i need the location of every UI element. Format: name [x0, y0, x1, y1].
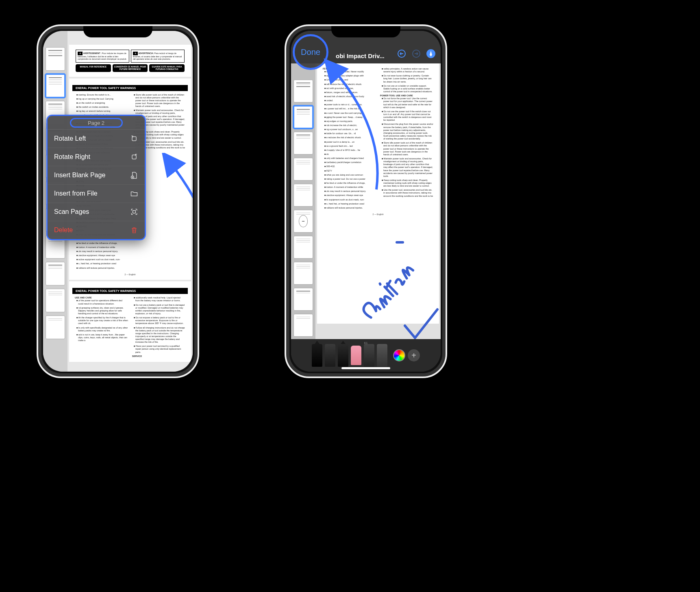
tool-marker[interactable] [325, 344, 335, 367]
ref-button-es: GUARDE ESTE MANUAL PARA FUTURAS CONSULTA… [149, 64, 185, 72]
menu-insert-file[interactable]: Insert from File [48, 185, 145, 203]
annotation-highlight-oval [70, 118, 123, 128]
section-heading-2: ENERAL POWER TOOL SAFETY WARNINGS [72, 288, 188, 294]
page-footer: 2 — English [75, 273, 185, 276]
tool-eraser[interactable] [351, 346, 361, 365]
add-page-icon [130, 171, 138, 179]
scan-icon [130, 208, 138, 216]
home-indicator[interactable] [341, 367, 390, 369]
sec-head-care: POWER TOOL USE AND CARE [380, 94, 413, 97]
document-page: FETY s must match the outlet. Never modi… [317, 63, 439, 324]
rotate-left-icon [130, 135, 138, 143]
thumbnail-page-3[interactable] [293, 132, 313, 155]
svg-rect-3 [133, 211, 136, 213]
annotation-done-circle: Done [293, 34, 328, 70]
rotate-right-icon [130, 153, 138, 161]
page-context-menu: Page 2 Rotate Left Rotate Right Insert B… [46, 115, 146, 240]
add-shape-button[interactable]: + [408, 349, 420, 361]
thumbnail-sidebar-right[interactable]: ••• [291, 63, 315, 339]
page-footer-right: 2 — English [323, 213, 433, 216]
warning-box-es: ⚠ ADVERTENCIA: Para reducir el riesgo de… [131, 50, 185, 63]
subsection-head-service: SERVICE [132, 355, 142, 357]
ref-button-en: MANUAL FOR REFERENCE [76, 64, 111, 72]
subsection-head: USE AND CARE [75, 296, 92, 299]
tool-ruler[interactable] [377, 344, 387, 367]
document-viewer-right[interactable]: FETY s must match the outlet. Never modi… [315, 63, 441, 339]
undo-button[interactable] [396, 48, 407, 59]
tool-pen[interactable] [312, 344, 322, 367]
markup-toolbar: 61 + [291, 339, 441, 372]
color-picker[interactable] [393, 349, 405, 361]
thumbnail-page-4[interactable] [293, 158, 313, 181]
menu-rotate-right[interactable]: Rotate Right [48, 148, 145, 166]
thumbnail-page-11[interactable] [46, 316, 65, 339]
folder-icon [130, 189, 138, 198]
phone-left: ⚠ AVERTISSEMENT : Pour réduire les risqu… [37, 24, 199, 378]
screen-right: LTE obi Impact Driv... Done [291, 31, 441, 372]
thumbnail-page-10[interactable] [46, 289, 65, 312]
thumbnail-page-9[interactable] [293, 288, 313, 311]
section-heading: ENERAL POWER TOOL SAFETY WARNINGS [72, 85, 188, 91]
menu-rotate-left[interactable]: Rotate Left [48, 130, 145, 148]
thumbnail-page-6[interactable]: ••• [293, 210, 313, 233]
trash-icon [130, 226, 138, 234]
thumbnail-page-1[interactable] [46, 47, 65, 71]
thumbnail-page-10[interactable] [293, 314, 313, 337]
ref-button-fr: CONSERVER CE MANUEL POUR FUTURE RÉFÉRENC… [113, 64, 148, 72]
done-button[interactable]: Done [301, 48, 320, 57]
context-menu-title: Page 2 [48, 116, 145, 130]
document-page-3: ENERAL POWER TOOL SAFETY WARNINGS USE AN… [69, 281, 191, 362]
thumbnail-page-2[interactable] [46, 74, 65, 98]
menu-scan-pages[interactable]: Scan Pages [48, 203, 145, 221]
menu-delete[interactable]: Delete [48, 221, 145, 239]
thumbnail-page-9[interactable] [46, 262, 65, 285]
phone-right: LTE obi Impact Driv... Done [285, 24, 447, 378]
document-title: obi Impact Driv... [336, 52, 393, 59]
warning-box-fr: ⚠ AVERTISSEMENT : Pour réduire les risqu… [76, 50, 129, 63]
notch [83, 26, 152, 37]
thumbnail-page-1[interactable] [293, 80, 313, 102]
notch [331, 26, 400, 37]
thumbnail-page-5[interactable] [293, 184, 313, 207]
menu-insert-blank[interactable]: Insert Blank Page [48, 166, 145, 185]
screen-left: ⚠ AVERTISSEMENT : Pour réduire les risqu… [43, 31, 193, 372]
document-page-top: ⚠ AVERTISSEMENT : Pour réduire les risqu… [69, 45, 191, 77]
redo-button[interactable] [411, 48, 422, 59]
thumbnail-page-7[interactable] [293, 236, 313, 259]
thumbnail-page-2[interactable] [293, 106, 313, 128]
thumbnail-page-8[interactable] [293, 262, 313, 285]
tool-pencil[interactable] [338, 344, 348, 367]
tool-lasso[interactable] [364, 344, 374, 367]
markup-pen-button[interactable] [425, 48, 437, 59]
sec-head-safety: FETY [323, 67, 328, 70]
